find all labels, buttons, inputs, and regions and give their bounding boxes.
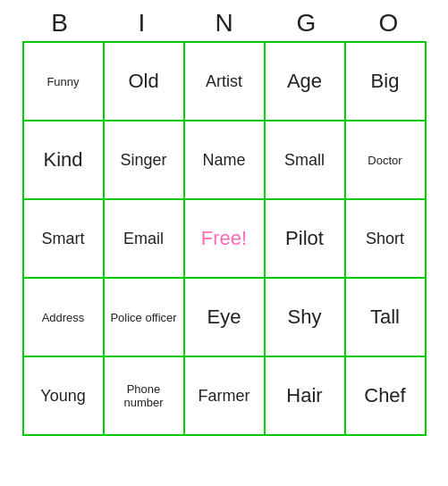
bingo-header: BINGO [19,9,430,38]
cell-r1-c2: Name [185,122,266,200]
header-letter-G: G [267,9,346,38]
cell-r4-c0: Young [24,357,105,436]
cell-r2-c0: Smart [24,200,105,279]
cell-r3-c4: Tall [346,279,427,357]
header-letter-B: B [21,9,99,38]
cell-r4-c4: Chef [346,357,427,436]
bingo-card: BINGO FunnyOldArtistAgeBigKindSingerName… [0,0,448,445]
cell-r0-c2: Artist [185,43,266,122]
cell-r4-c1: Phone number [105,357,185,436]
cell-r2-c3: Pilot [266,200,346,279]
cell-r0-c1: Old [105,43,185,122]
cell-r3-c3: Shy [266,279,346,357]
cell-r4-c2: Farmer [185,357,266,436]
cell-r3-c0: Address [24,279,105,357]
cell-r3-c2: Eye [185,279,266,357]
bingo-grid: FunnyOldArtistAgeBigKindSingerNameSmallD… [22,41,427,436]
cell-r0-c0: Funny [24,43,105,122]
cell-r1-c1: Singer [105,122,185,200]
cell-r3-c1: Police officer [105,279,185,357]
cell-r4-c3: Hair [266,357,346,436]
cell-r0-c3: Age [266,43,346,122]
cell-r1-c4: Doctor [346,122,427,200]
cell-r0-c4: Big [346,43,427,122]
header-letter-I: I [103,9,182,38]
header-letter-O: O [350,9,428,38]
header-letter-N: N [185,9,264,38]
cell-r2-c2: Free! [185,200,266,279]
cell-r1-c3: Small [266,122,346,200]
cell-r2-c4: Short [346,200,427,279]
cell-r2-c1: Email [105,200,185,279]
cell-r1-c0: Kind [24,122,105,200]
